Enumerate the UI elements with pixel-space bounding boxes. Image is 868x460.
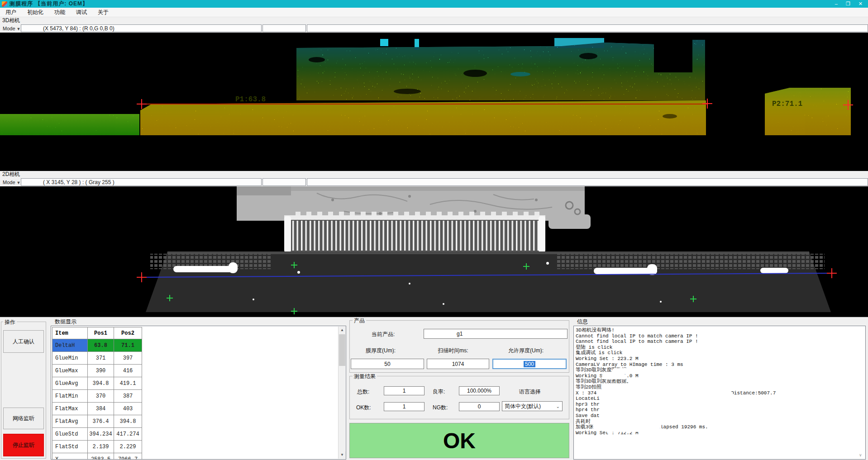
table-row[interactable]: GlueStd394.234417.274 (52, 428, 142, 441)
menu-item-about[interactable]: 关于 (92, 8, 114, 17)
scroll-down-icon[interactable]: ∨ (859, 453, 867, 459)
table-row[interactable]: FlatMin370387 (52, 390, 142, 403)
header-pos1: Pos1 (88, 327, 114, 339)
item-cell: FlatStd (52, 441, 88, 453)
table-row[interactable]: FlatAvg376.4394.8 (52, 415, 142, 428)
scroll-down-icon[interactable]: ▼ (339, 451, 346, 459)
camera2d-statusbox-3 (307, 178, 868, 186)
close-button[interactable]: ✕ (858, 0, 863, 8)
value-cell: 2.229 (114, 441, 142, 453)
titlebar: 测膜程序 【当前用户: OEM】 – ❐ ✕ (0, 0, 868, 8)
allowed-thickness-field[interactable]: 500 (492, 359, 567, 369)
scroll-up-icon[interactable]: ▲ (339, 327, 346, 334)
menu-bar: 用户 初始化 功能 调试 关于 (0, 8, 868, 17)
value-cell: 371 (88, 352, 114, 365)
table-row[interactable]: GlueMin371397 (52, 352, 142, 365)
camera3d-statusbox-2 (262, 24, 306, 32)
scroll-thumb[interactable] (339, 334, 345, 366)
value-cell: 384 (88, 403, 114, 415)
yield-field[interactable]: 100.000% (459, 386, 500, 395)
language-dropdown[interactable]: 简体中文(默认) ⌄ (502, 401, 563, 411)
log-line: CameraLV array to HImage time : 3 ms (576, 362, 865, 368)
app-window: 测膜程序 【当前用户: OEM】 – ❐ ✕ 用户 初始化 功能 调试 关于 3… (0, 0, 868, 460)
log-line: Cannot find local IP to match camera IP … (576, 333, 865, 339)
operations-groupbox: 操作 人工确认 网络监听 停止监听 (1, 322, 46, 459)
measurement-table: Item Pos1 Pos2 DeltaH63.871.1GlueMin3713… (52, 327, 142, 460)
chevron-down-icon: ▼ (17, 27, 21, 31)
table-header-row: Item Pos1 Pos2 (52, 327, 142, 339)
camera3d-section-label: 3D相机 (0, 17, 868, 24)
item-cell: FlatMax (52, 403, 88, 415)
camera3d-mode-dropdown[interactable]: Mode ▼ (0, 26, 21, 31)
table-row[interactable]: FlatStd2.1392.229 (52, 441, 142, 453)
ok-count-label: OK数: (356, 404, 371, 412)
app-icon (2, 1, 7, 7)
menu-item-user[interactable]: 用户 (0, 8, 22, 17)
stop-listen-button[interactable]: 停止监听 (3, 434, 44, 456)
total-count-field[interactable]: 1 (384, 386, 424, 395)
grayscale-2d-image (0, 186, 868, 316)
minimize-button[interactable]: – (835, 0, 838, 8)
table-scrollbar[interactable]: ▲ ▼ (338, 327, 345, 459)
menu-item-function[interactable]: 功能 (49, 8, 71, 17)
camera2d-pixel-status: ( X 3145, Y 28 ) : ( Gray 255 ) (21, 178, 262, 186)
log-line: 集成调试 is click (576, 350, 865, 356)
value-cell: 71.1 (114, 339, 142, 352)
language-select-label: 语言选择 (519, 388, 541, 396)
window-controls: – ❐ ✕ (835, 0, 866, 8)
chevron-down-icon: ▼ (17, 180, 21, 185)
window-title: 测膜程序 【当前用户: OEM】 (10, 0, 88, 8)
manual-confirm-button[interactable]: 人工确认 (3, 330, 44, 353)
film-thickness-label: 膜厚度(Um): (350, 347, 411, 355)
table-row[interactable]: GlueAvg394.8419.1 (52, 377, 142, 390)
value-cell: 390 (88, 365, 114, 377)
log-line: Working Set : 223.2 M (576, 356, 865, 362)
header-item: Item (52, 327, 88, 339)
redaction-blob (612, 368, 651, 374)
table-row[interactable]: X2583.57966.7 (52, 453, 142, 460)
ng-count-field[interactable]: 0 (459, 402, 500, 411)
value-cell: 394.8 (88, 377, 114, 390)
table-row[interactable]: DeltaH63.871.1 (52, 339, 142, 352)
value-cell: 63.8 (88, 339, 114, 352)
network-listen-button[interactable]: 网络监听 (3, 408, 44, 429)
redaction-blob (602, 374, 627, 379)
camera3d-statusbox-3 (307, 24, 868, 32)
value-cell: 2.139 (88, 441, 114, 453)
value-cell: 403 (114, 403, 142, 415)
p2-measurement-label: P2:71.1 (772, 100, 802, 108)
operations-label: 操作 (3, 318, 17, 326)
value-cell: 2583.5 (88, 453, 114, 460)
item-cell: X (52, 453, 88, 460)
allowed-thickness-label: 允许厚度(Um): (490, 347, 562, 355)
scan-time-field[interactable]: 1074 (427, 359, 489, 369)
data-display-list: Item Pos1 Pos2 DeltaH63.871.1GlueMin3713… (51, 326, 346, 460)
log-line: Cannot find local IP to match camera IP … (576, 339, 865, 345)
value-cell: 417.274 (114, 428, 142, 441)
product-label: 产品 (353, 317, 366, 325)
data-table-body: DeltaH63.871.1GlueMin371397GlueMax390416… (52, 339, 142, 460)
chevron-down-icon: ⌄ (556, 404, 562, 409)
item-cell: GlueMax (52, 365, 88, 377)
camera3d-viewport[interactable]: P1:63.8 P2:71.1 (0, 33, 868, 171)
ok-count-field[interactable]: 1 (384, 402, 424, 411)
result-banner: OK (349, 423, 569, 458)
menu-item-debug[interactable]: 调试 (71, 8, 92, 17)
camera2d-mode-dropdown[interactable]: Mode ▼ (0, 180, 21, 185)
item-cell: FlatMin (52, 390, 88, 403)
result-banner-text: OK (443, 428, 476, 453)
product-groupbox: 产品 当前产品: g1 膜厚度(Um): 扫描时间ms: 允许厚度(Um): 5… (349, 320, 569, 373)
menu-item-init[interactable]: 初始化 (22, 8, 49, 17)
table-row[interactable]: FlatMax384403 (52, 403, 142, 415)
maximize-button[interactable]: ❐ (846, 0, 850, 8)
log-line: 3D相机没有网络! (576, 327, 865, 333)
item-cell: GlueMin (52, 352, 88, 365)
camera2d-viewport[interactable] (0, 186, 868, 316)
value-cell: 419.1 (114, 377, 142, 390)
value-cell: 397 (114, 352, 142, 365)
table-row[interactable]: GlueMax390416 (52, 365, 142, 377)
value-cell: 7966.7 (114, 453, 142, 460)
film-thickness-field[interactable]: 50 (351, 359, 424, 369)
current-product-field[interactable]: g1 (424, 329, 568, 339)
info-label: 信息 (576, 318, 589, 326)
